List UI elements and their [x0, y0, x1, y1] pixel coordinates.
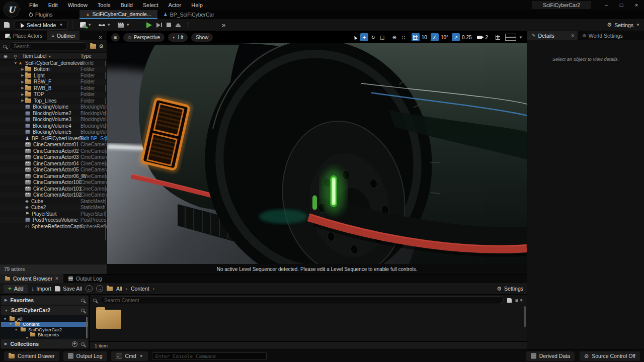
output-log-button[interactable]: Output Log	[63, 351, 107, 361]
scale-tool-button[interactable]: ◱	[378, 33, 386, 41]
perspective-dropdown[interactable]: ◇ Perspective	[123, 33, 165, 42]
back-button[interactable]: ←	[86, 285, 93, 292]
outliner-row[interactable]: ▶LightFolder	[0, 72, 107, 79]
expander-icon[interactable]: ▶	[20, 80, 25, 84]
scale-snap-button[interactable]: ↗	[452, 33, 460, 41]
search-icon[interactable]	[81, 342, 85, 346]
eject-button[interactable]	[176, 23, 181, 27]
outliner-row[interactable]: ◎SphereReflectionCaptuSphereRefle	[0, 223, 107, 230]
derived-data-button[interactable]: Derived Data	[526, 351, 575, 361]
content-browser-settings-button[interactable]: ⚙ Settings	[497, 286, 523, 292]
outliner-row[interactable]: CineCameraActor03CineCamera	[0, 154, 107, 161]
camera-speed-button[interactable]	[475, 33, 484, 41]
maximize-button[interactable]: □	[614, 0, 629, 10]
unreal-logo-icon[interactable]: U	[4, 2, 20, 18]
add-collection-icon[interactable]: +	[72, 341, 77, 347]
filter-icon[interactable]: ≡▼	[515, 298, 523, 303]
asset-grid[interactable]	[90, 305, 527, 341]
close-icon[interactable]: ✕	[571, 33, 575, 38]
maximize-viewport-button[interactable]	[494, 33, 502, 41]
level-viewport[interactable]: ≡ ◇ Perspective ◐ Lit Show	[107, 31, 527, 274]
scale-snap-value[interactable]: 0.25	[462, 35, 471, 40]
pin-icon[interactable]	[14, 55, 17, 57]
outliner-row[interactable]: ▼▲SciFiCyberCar_demolevelWorld	[0, 60, 107, 66]
tab-plugins[interactable]: Plugins	[23, 10, 58, 19]
lit-dropdown[interactable]: ◐ Lit	[168, 33, 188, 42]
menu-actor[interactable]: Actor	[164, 1, 187, 10]
expander-icon[interactable]: ▼	[13, 61, 18, 65]
expander-icon[interactable]: ▶	[20, 86, 25, 90]
menu-build[interactable]: Build	[116, 1, 138, 10]
cinematics-button[interactable]: ▼	[118, 23, 130, 28]
menu-tools[interactable]: Tools	[93, 1, 116, 10]
select-tool-button[interactable]	[351, 33, 359, 41]
outliner-row[interactable]: ▶Top_LinesFolder	[0, 98, 107, 104]
frame-skip-button[interactable]	[156, 23, 162, 28]
tab-blueprint[interactable]: ♟ BP_SciFiCyberCar	[157, 10, 220, 19]
save-all-button[interactable]: Save All	[55, 286, 82, 292]
tree-scrollbar[interactable]	[86, 317, 88, 338]
expander-icon[interactable]: ▶	[20, 93, 25, 97]
asset-scrollbar[interactable]	[524, 306, 526, 327]
tab-outliner[interactable]: ≡ Outliner	[47, 31, 79, 40]
move-tool-button[interactable]: +	[360, 33, 368, 41]
cmd-dropdown[interactable]: >_ Cmd ▼	[111, 351, 148, 361]
expander-icon[interactable]: ▶	[20, 67, 25, 71]
search-icon[interactable]	[81, 299, 85, 302]
content-tree-item[interactable]: ▼Content	[1, 322, 88, 327]
menu-select[interactable]: Select	[138, 1, 164, 10]
expander-icon[interactable]: ▶	[20, 73, 25, 77]
outliner-row[interactable]: ◈CubeStaticMesh	[0, 198, 107, 205]
viewport-render[interactable]	[107, 43, 527, 264]
add-actor-button[interactable]: ▼	[80, 22, 92, 28]
play-button[interactable]	[146, 22, 152, 28]
camera-speed-value[interactable]: 2	[486, 35, 489, 40]
outliner-row[interactable]: BlockingVolumeBlockingVol	[0, 104, 107, 111]
source-control-button[interactable]: ⊘ Source Control Off	[580, 351, 640, 361]
minimize-button[interactable]: –	[599, 0, 614, 10]
asset-folder-tile[interactable]	[96, 310, 121, 329]
content-tree-item[interactable]: ▼SciFiCyberCar2	[1, 327, 88, 332]
expander-icon[interactable]: ▶	[20, 99, 25, 103]
new-folder-icon[interactable]	[90, 44, 96, 49]
outliner-row[interactable]: BlockingVolume2BlockingVol	[0, 110, 107, 117]
expander-icon[interactable]: ▼	[14, 328, 18, 331]
import-button[interactable]: ↓ Import	[32, 286, 51, 292]
content-tree-item[interactable]: Blueprints	[1, 332, 88, 338]
outliner-row[interactable]: CineCameraActor05CineCamera	[0, 167, 107, 173]
blueprints-button[interactable]: ▼	[99, 23, 111, 28]
outliner-search-input[interactable]	[9, 42, 88, 50]
edit-blueprint-link[interactable]: Edit BP_Sci	[80, 136, 107, 141]
tab-output-log[interactable]: Output Log	[63, 274, 107, 283]
save-icon[interactable]	[4, 22, 10, 28]
menu-file[interactable]: File	[24, 1, 43, 10]
outliner-row[interactable]: ▶TOPFolder	[0, 92, 107, 98]
tab-place-actors[interactable]: Place Actors	[0, 31, 47, 40]
content-search-input[interactable]	[100, 296, 504, 304]
select-mode-dropdown[interactable]: Select Mode ▼	[15, 21, 68, 30]
content-tree-item[interactable]: ▶Demo	[1, 337, 88, 338]
outliner-row[interactable]: CineCameraActor02CineCamera	[0, 148, 107, 154]
tab-content-browser[interactable]: Content Browser ✕	[0, 274, 63, 283]
outliner-row[interactable]: ♟BP_SciFiCyberHoverBuEdit BP_Sci	[0, 135, 107, 142]
grid-snap-value[interactable]: 10	[422, 35, 427, 40]
show-dropdown[interactable]: Show	[191, 33, 213, 42]
world-space-button[interactable]: ⊕	[390, 33, 398, 41]
project-section[interactable]: ▼ SciFiCyberCar2	[1, 306, 88, 315]
menu-edit[interactable]: Edit	[43, 1, 63, 10]
play-options-icon[interactable]: ⋮	[185, 22, 191, 28]
add-button[interactable]: + Add	[4, 285, 28, 293]
close-icon[interactable]: ✕	[95, 35, 107, 40]
forward-button[interactable]: →	[96, 285, 103, 292]
collections-section[interactable]: ▶ Collections +	[1, 339, 88, 348]
breadcrumb-item[interactable]: Content	[131, 286, 149, 292]
tab-level[interactable]: ▲ SciFiCyberCar_demole...	[79, 10, 157, 19]
stop-button[interactable]	[167, 23, 171, 27]
outliner-row[interactable]: CineCameraActor04CineCamera	[0, 160, 107, 167]
toolbar-settings-button[interactable]: ⚙ Settings ▼	[607, 22, 640, 28]
outliner-row[interactable]: CineCameraActor06_WCineCamera	[0, 173, 107, 179]
eye-icon[interactable]: ◉	[4, 54, 8, 59]
expander-icon[interactable]: ▼	[9, 322, 13, 326]
content-drawer-button[interactable]: Content Drawer	[4, 351, 59, 361]
outliner-settings-icon[interactable]: ⚙	[99, 43, 104, 50]
